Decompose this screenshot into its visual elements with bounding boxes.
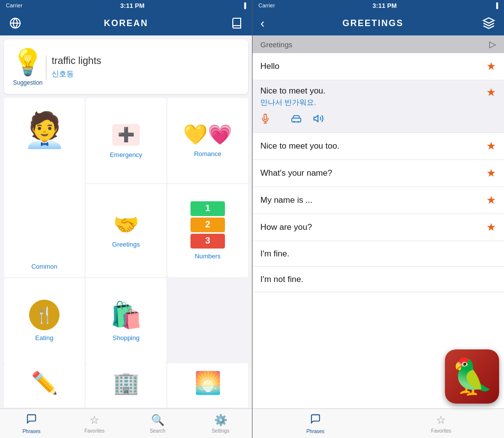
category-emergency-label: Emergency (110, 151, 142, 158)
num-3: 3 (190, 234, 225, 249)
search-icon-left: 🔍 (151, 414, 164, 427)
tab-phrases-right[interactable]: Phrases (252, 409, 378, 438)
phrase-item-fine[interactable]: I'm fine. (252, 241, 504, 267)
star-nice-meet-too[interactable]: ★ (486, 140, 496, 153)
category-buildings[interactable]: 🏢 (86, 363, 166, 407)
left-nav-bar: KOREAN (0, 11, 252, 35)
star-how[interactable]: ★ (486, 221, 496, 234)
category-greetings-label: Greetings (112, 241, 140, 248)
star-myname[interactable]: ★ (486, 194, 496, 207)
phrase-text-nice-meet-too: Nice to meet you too. (260, 141, 340, 151)
svg-marker-2 (483, 18, 494, 23)
category-numbers[interactable]: 1 2 3 Numbers (167, 184, 248, 278)
left-status-bar: Carrier 3:11 PM ▐ (0, 0, 252, 11)
phrase-item-name[interactable]: What's your name? ★ (252, 160, 504, 187)
tab-favorites-right-label: Favorites (431, 428, 451, 434)
right-time: 3:11 PM (373, 2, 397, 9)
left-battery: ▐ (242, 2, 246, 8)
num-1: 1 (190, 201, 225, 216)
phrase-text-fine: I'm fine. (260, 249, 289, 259)
left-nav-title: KOREAN (104, 18, 148, 29)
favorites-icon-left: ☆ (90, 414, 99, 427)
svg-marker-8 (314, 116, 318, 122)
numbers-grid: 1 2 3 (190, 201, 225, 249)
right-phone: Carrier 3:11 PM ▐ ‹ GREETINGS Greetings … (252, 0, 504, 438)
suggestion-card[interactable]: 💡 Suggestion traffic lights 신호등 (4, 39, 248, 94)
app-logo: 🦜 (445, 349, 499, 404)
right-tab-bar: Phrases ☆ Favorites (252, 408, 504, 438)
star-nice-meet[interactable]: ★ (486, 86, 496, 99)
layers-icon[interactable] (481, 16, 496, 31)
category-shopping-label: Shopping (113, 334, 140, 342)
right-nav-title: GREETINGS (343, 18, 404, 29)
category-numbers-label: Numbers (195, 252, 221, 260)
phrase-item-hello[interactable]: Hello ★ (252, 53, 504, 80)
right-status-bar: Carrier 3:11 PM ▐ (252, 0, 504, 11)
category-shopping[interactable]: 🛍️ Shopping (86, 278, 166, 363)
phrase-text-myname: My name is ... (260, 195, 313, 205)
category-eating[interactable]: 🍴 Eating (4, 278, 85, 363)
tab-settings-left[interactable]: ⚙️ Settings (189, 409, 252, 438)
owl-emoji: 🦜 (451, 356, 494, 397)
phrases-icon (26, 413, 37, 427)
phrase-text-how: How are you? (260, 222, 312, 232)
star-hello[interactable]: ★ (486, 60, 496, 73)
phrase-translation-nice-meet: 만나서 반가워요. (260, 98, 325, 107)
car-icon[interactable] (290, 114, 303, 126)
tab-phrases-left[interactable]: Phrases (0, 409, 63, 438)
globe-icon[interactable] (8, 16, 23, 31)
phrase-text-name: What's your name? (260, 168, 332, 178)
phrase-controls (260, 113, 324, 126)
tab-favorites-right[interactable]: ☆ Favorites (378, 409, 504, 438)
suggestion-translation: 신호등 (52, 69, 101, 79)
svg-rect-5 (292, 118, 301, 122)
phrase-text-hello: Hello (260, 62, 280, 71)
svg-point-7 (298, 122, 299, 123)
right-carrier: Carrier (258, 2, 275, 8)
play-button[interactable]: ▷ (489, 39, 496, 50)
tab-settings-left-label: Settings (212, 428, 229, 434)
category-sunrise[interactable]: 🌅 (167, 363, 248, 407)
right-battery: ▐ (494, 2, 498, 8)
phrase-item-myname[interactable]: My name is ... ★ (252, 187, 504, 214)
tab-phrases-left-label: Phrases (23, 429, 41, 434)
left-time: 3:11 PM (120, 2, 144, 9)
phrase-item-nice-meet[interactable]: Nice to meet you. 만나서 반가워요. ★ (252, 80, 504, 133)
category-eating-label: Eating (35, 334, 54, 342)
category-greetings[interactable]: 🤝 Greetings (86, 184, 166, 278)
phrase-text-nice-meet: Nice to meet you. (260, 86, 325, 96)
right-nav-bar: ‹ GREETINGS (252, 11, 504, 35)
section-header: Greetings ▷ (252, 35, 504, 53)
category-emergency[interactable]: ➕ Emergency (86, 98, 166, 183)
left-phone: Carrier 3:11 PM ▐ KOREAN 💡 Suggestion (0, 0, 252, 438)
bulb-icon: 💡 (12, 47, 44, 77)
favorites-icon-right: ☆ (436, 414, 446, 427)
settings-icon-left: ⚙️ (214, 414, 227, 427)
category-pencil[interactable]: ✏️ (4, 363, 85, 407)
speaker-icon[interactable] (313, 113, 324, 126)
star-name[interactable]: ★ (486, 167, 496, 180)
back-button[interactable]: ‹ (260, 16, 265, 31)
category-romance[interactable]: 💛💗 Romance (167, 98, 248, 183)
category-common-label: Common (32, 263, 58, 270)
section-title: Greetings (260, 40, 292, 49)
left-tab-bar: Phrases ☆ Favorites 🔍 Search ⚙️ Settings (0, 408, 252, 438)
tab-search-left-label: Search (150, 428, 165, 434)
left-carrier: Carrier (6, 2, 23, 8)
phrase-item-notfine[interactable]: I'm not fine. (252, 267, 504, 292)
phrases-icon-right (310, 413, 321, 427)
mic-icon[interactable] (260, 113, 270, 126)
tab-favorites-left[interactable]: ☆ Favorites (63, 409, 126, 438)
svg-point-6 (294, 122, 295, 123)
category-grid: 🧑‍💼 Common ➕ Emergency 💛💗 Romance 🤝 Gree… (4, 98, 248, 363)
book-icon[interactable] (229, 16, 244, 31)
category-common[interactable]: 🧑‍💼 Common (4, 98, 85, 277)
tab-phrases-right-label: Phrases (306, 429, 324, 434)
phrase-item-nice-meet-too[interactable]: Nice to meet you too. ★ (252, 133, 504, 160)
tab-search-left[interactable]: 🔍 Search (126, 409, 189, 438)
num-2: 2 (190, 218, 225, 232)
bottom-partial-row: ✏️ 🏢 🌅 (4, 363, 248, 407)
phrase-item-how[interactable]: How are you? ★ (252, 214, 504, 241)
phrase-text-notfine: I'm not fine. (260, 275, 303, 284)
suggestion-phrase: traffic lights (52, 55, 101, 66)
